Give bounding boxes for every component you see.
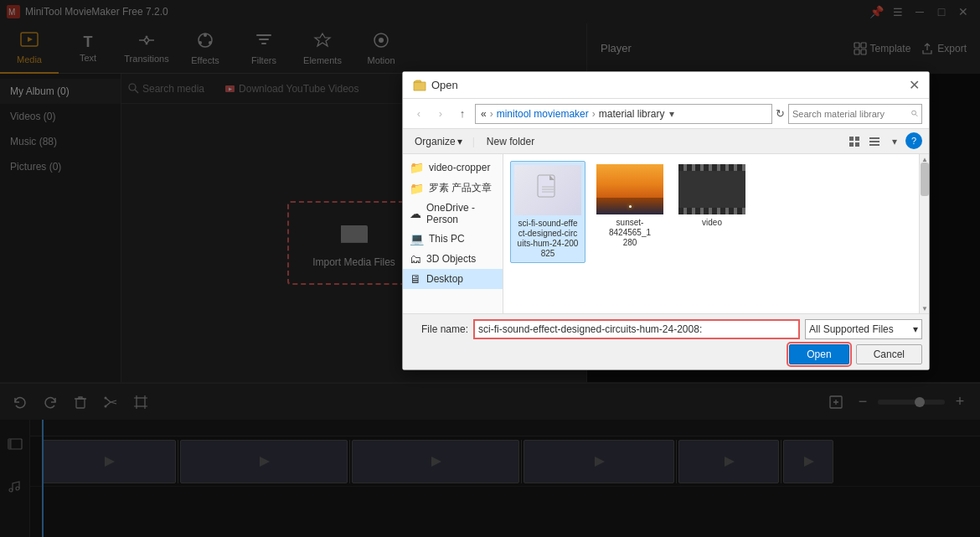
- new-folder-label: New folder: [487, 136, 534, 147]
- sunset-file-name: sunset-8424565_1280: [596, 218, 664, 248]
- dialog-content: 📁 video-cropper 📁 罗素 产品文章 ☁ OneDrive - P…: [403, 154, 929, 313]
- file-name-input[interactable]: [473, 319, 800, 339]
- file-type-dropdown[interactable]: All Supported Files ▾: [805, 319, 922, 339]
- folder-icon: 📁: [410, 182, 424, 195]
- dialog-titlebar: Open ✕: [403, 72, 929, 99]
- audio-thumbnail: [514, 165, 581, 215]
- help-button[interactable]: ?: [905, 132, 922, 149]
- view-details[interactable]: [865, 132, 884, 151]
- dialog-scrollbar[interactable]: ▲ ▼: [919, 154, 929, 313]
- forward-button[interactable]: ›: [431, 105, 450, 123]
- dialog-bottom: File name: All Supported Files ▾ Open Ca…: [403, 313, 929, 369]
- dialog-title-text: Open: [431, 79, 458, 91]
- dialog-files: sci-fi-sound-effect-designed-circuits-hu…: [503, 154, 919, 313]
- svg-rect-40: [869, 144, 879, 146]
- new-folder-button[interactable]: New folder: [480, 134, 541, 149]
- sidebar-3d-objects[interactable]: 🗂 3D Objects: [403, 249, 503, 269]
- ds-item-label: 罗素 产品文章: [429, 181, 492, 195]
- file-item-sunset[interactable]: sunset-8424565_1280: [592, 161, 668, 263]
- organize-button[interactable]: Organize ▾: [410, 134, 467, 149]
- svg-rect-38: [869, 137, 879, 139]
- file-name-row: File name: All Supported Files ▾: [410, 319, 922, 339]
- audio-file-name: sci-fi-sound-effect-designed-circuits-hu…: [518, 219, 579, 259]
- sidebar-onedrive[interactable]: ☁ OneDrive - Person: [403, 199, 503, 229]
- refresh-button[interactable]: ↻: [776, 107, 785, 120]
- folder-icon: 📁: [410, 161, 424, 174]
- dialog-overlay: Open ✕ ‹ › ↑ « › minitool moviemaker › m…: [0, 0, 980, 537]
- breadcrumb-path1[interactable]: minitool moviemaker: [497, 108, 589, 120]
- pc-icon: 💻: [410, 232, 424, 245]
- view-options-dropdown[interactable]: ▾: [885, 132, 904, 151]
- path-dropdown[interactable]: ▾: [668, 108, 676, 120]
- svg-rect-36: [849, 142, 854, 147]
- file-type-label: All Supported Files: [809, 323, 894, 335]
- ds-item-label: Desktop: [426, 273, 463, 285]
- film-strip-top: [678, 164, 745, 171]
- organize-label: Organize: [415, 136, 456, 147]
- scrollbar-down[interactable]: ▼: [920, 303, 930, 313]
- sidebar-video-cropper[interactable]: 📁 video-cropper: [403, 157, 503, 178]
- back-button[interactable]: ‹: [410, 105, 428, 123]
- ds-item-label: 3D Objects: [426, 253, 476, 265]
- breadcrumb-bar: « › minitool moviemaker › material libra…: [475, 104, 772, 124]
- svg-rect-35: [855, 137, 859, 141]
- ds-item-label: video-cropper: [429, 162, 490, 173]
- film-strip-bottom: [678, 208, 745, 214]
- dialog-nav: ‹ › ↑ « › minitool moviemaker › material…: [403, 99, 929, 129]
- sidebar-luosu[interactable]: 📁 罗素 产品文章: [403, 178, 503, 199]
- desktop-icon: 🖥: [410, 272, 421, 286]
- open-button[interactable]: Open: [789, 344, 848, 364]
- ds-item-label: OneDrive - Person: [426, 202, 496, 225]
- scrollbar-thumb[interactable]: [921, 163, 929, 196]
- breadcrumb-root: «: [481, 108, 487, 120]
- ds-item-label: This PC: [429, 233, 465, 245]
- file-type-arrow: ▾: [913, 323, 918, 335]
- breadcrumb-sep1: ›: [490, 108, 493, 120]
- svg-rect-34: [849, 137, 854, 141]
- dialog-sidebar: 📁 video-cropper 📁 罗素 产品文章 ☁ OneDrive - P…: [403, 154, 503, 313]
- video-file-name: video: [702, 218, 722, 228]
- svg-point-32: [912, 111, 916, 115]
- sidebar-desktop[interactable]: 🖥 Desktop: [403, 269, 503, 289]
- view-buttons: ▾ ?: [845, 132, 922, 151]
- dialog-buttons: Open Cancel: [410, 344, 922, 364]
- sidebar-this-pc[interactable]: 💻 This PC: [403, 229, 503, 249]
- cancel-button[interactable]: Cancel: [856, 344, 922, 364]
- open-dialog: Open ✕ ‹ › ↑ « › minitool moviemaker › m…: [402, 71, 930, 370]
- dialog-toolbar: Organize ▾ | New folder ▾ ?: [403, 129, 929, 154]
- svg-rect-37: [855, 142, 859, 147]
- breadcrumb-sep2: ›: [592, 108, 596, 120]
- view-large-icons[interactable]: [845, 132, 864, 151]
- file-item-audio[interactable]: sci-fi-sound-effect-designed-circuits-hu…: [510, 161, 585, 263]
- breadcrumb-path2: material library: [599, 108, 665, 120]
- search-bar: [788, 104, 922, 124]
- organize-arrow: ▾: [457, 136, 462, 147]
- dialog-title: Open: [413, 79, 458, 92]
- search-input[interactable]: [792, 109, 908, 119]
- file-name-label: File name:: [410, 323, 468, 335]
- 3d-icon: 🗂: [410, 252, 421, 266]
- up-button[interactable]: ↑: [453, 105, 472, 123]
- video-thumbnail: [678, 164, 745, 214]
- svg-rect-39: [869, 141, 879, 142]
- dialog-close-button[interactable]: ✕: [905, 77, 922, 94]
- sunset-thumbnail: [596, 164, 663, 214]
- svg-line-33: [916, 114, 917, 116]
- file-item-video[interactable]: video: [674, 161, 750, 263]
- cloud-icon: ☁: [410, 207, 421, 220]
